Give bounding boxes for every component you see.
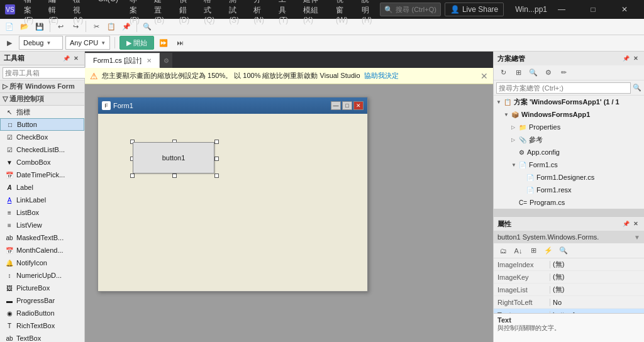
tree-form1designer[interactable]: 📄 Form1.Designer.cs [494, 171, 644, 184]
tab-form1-design[interactable]: Form1.cs [設計] ✕ [85, 53, 160, 68]
platform-dropdown[interactable]: Any CPU ▼ [65, 36, 110, 50]
toolbar-redo-btn[interactable]: ↪ [69, 19, 82, 33]
notification-close-btn[interactable]: ✕ [480, 71, 488, 81]
toolbar-find-btn[interactable]: 🔍 [140, 19, 154, 33]
toolbar-row-1: 📄 📂 💾 ↩ ↪ ✂ 📋 📌 🔍 [0, 19, 644, 35]
tool-textbox[interactable]: ab TextBox [0, 332, 84, 342]
tool-numericupdown[interactable]: ↕ NumericUpD... [0, 269, 84, 282]
handle-bl[interactable] [130, 174, 135, 178]
handle-tr[interactable] [214, 140, 219, 144]
properties-title: 屬性 [497, 219, 511, 229]
prop-imagekey-value[interactable]: (無) [550, 272, 644, 282]
tool-picturebox[interactable]: 🖼 PictureBox [0, 282, 84, 294]
prop-righttoleft[interactable]: RightToLeft No [494, 296, 644, 309]
toolbox-close-btn[interactable]: ✕ [72, 54, 80, 63]
solution-toolbar-sync[interactable]: ↻ [496, 66, 510, 80]
tool-progressbar[interactable]: ▬ ProgressBar [0, 294, 84, 307]
solution-explorer-close-btn[interactable]: ✕ [631, 54, 640, 63]
tool-monthcalendar[interactable]: 📅 MonthCalend... [0, 244, 84, 256]
tool-button[interactable]: □ Button [0, 118, 84, 131]
form-design-area[interactable]: F Form1 — □ ✕ [85, 84, 493, 342]
solution-search-input[interactable] [496, 82, 631, 94]
solution-toolbar-filter[interactable]: 🔍 [526, 66, 540, 80]
tree-form1cs[interactable]: ▼ 📄 Form1.cs [494, 158, 644, 171]
properties-pin-btn[interactable]: 📌 [621, 219, 630, 228]
toolbar-save-btn[interactable]: 💾 [33, 19, 47, 33]
notification-action-link[interactable]: 協助我決定 [364, 71, 399, 80]
form-button1[interactable]: button1 [133, 142, 214, 174]
tree-properties[interactable]: ▷ 📁 Properties [494, 121, 644, 133]
properties-dropdown-arrow[interactable]: ▼ [634, 234, 640, 241]
tool-checkbox[interactable]: ☑ CheckBox [0, 131, 84, 143]
minimize-button[interactable]: — [547, 0, 576, 19]
handle-mr[interactable] [214, 157, 219, 161]
props-events-btn[interactable]: ⚡ [541, 244, 555, 258]
prop-imageindex[interactable]: ImageIndex (無) [494, 258, 644, 271]
props-alpha-btn[interactable]: A↓ [511, 244, 525, 258]
solution-toolbar-pen[interactable]: ✏ [557, 66, 570, 80]
prop-imagekey[interactable]: ImageKey (無) [494, 271, 644, 284]
tool-checkedlistbox[interactable]: ☑ CheckedListB... [0, 143, 84, 156]
live-share-button[interactable]: 👤 Live Share [445, 3, 504, 16]
tree-form1resx[interactable]: 📄 Form1.resx [494, 184, 644, 196]
tool-listview[interactable]: ≡ ListView [0, 219, 84, 231]
project-root[interactable]: ▼ 📦 WindowsFormsApp1 [494, 108, 644, 121]
common-controls-section-header[interactable]: ▽ 通用控制項 [0, 93, 84, 106]
toolbar-cut-btn[interactable]: ✂ [89, 19, 103, 33]
solution-root[interactable]: ▼ 📋 方案 'WindowsFormsApp1' (1 / 1 [494, 96, 644, 108]
debug-config-dropdown[interactable]: Debug ▼ [19, 36, 63, 50]
tree-appconfig[interactable]: ⚙ App.config [494, 146, 644, 158]
toolbox-pin-btn[interactable]: 📌 [62, 54, 70, 63]
restore-button[interactable]: □ [579, 0, 608, 19]
toolbar-step-btn[interactable]: ⏩ [157, 36, 170, 50]
tab-settings-btn[interactable]: ⚙ [160, 53, 172, 68]
tool-picturebox-label: PictureBox [16, 284, 50, 292]
tool-richtextbox[interactable]: T RichTextBox [0, 319, 84, 332]
tool-label[interactable]: A Label [0, 181, 84, 194]
toolbar-open-btn[interactable]: 📂 [18, 19, 31, 33]
handle-bc[interactable] [172, 174, 177, 178]
toolbar-copy-btn[interactable]: 📋 [104, 19, 118, 33]
solution-scrollbar-h[interactable] [494, 209, 644, 216]
properties-close-btn[interactable]: ✕ [631, 219, 640, 228]
tool-radiobutton[interactable]: ◉ RadioButton [0, 307, 84, 319]
toolbox-scroll-area[interactable]: ▷ 所有 Windows Form ▽ 通用控制項 ↖ 指標 □ Button … [0, 80, 84, 342]
tree-programcs[interactable]: C= Program.cs [494, 196, 644, 209]
props-props-btn[interactable]: ⊞ [526, 244, 540, 258]
tree-references[interactable]: ▷ 📎 參考 [494, 133, 644, 146]
toolbar-undo-btn[interactable]: ↩ [53, 19, 67, 33]
form-restore-btn[interactable]: □ [342, 101, 352, 110]
prop-imagelist-value[interactable]: (無) [550, 285, 644, 294]
tool-maskedtextbox[interactable]: ab MaskedTextB... [0, 231, 84, 244]
form-close-btn[interactable]: ✕ [353, 101, 364, 110]
prop-imageindex-value[interactable]: (無) [550, 260, 644, 269]
form1resx-icon: 📄 [526, 187, 534, 194]
search-box[interactable]: 🔍 搜尋 (Ctrl+Q) [380, 3, 440, 16]
tool-linklabel[interactable]: A LinkLabel [0, 194, 84, 206]
toolbar-attach-btn[interactable]: ▶ [3, 36, 16, 50]
tool-notifyicon[interactable]: 🔔 NotifyIcon [0, 256, 84, 269]
prop-righttoleft-value[interactable]: No [550, 299, 644, 306]
tool-listbox[interactable]: ≡ ListBox [0, 206, 84, 219]
tool-pointer[interactable]: ↖ 指標 [0, 106, 84, 118]
solution-toolbar-collapse[interactable]: ⊞ [511, 66, 525, 80]
props-search-btn[interactable]: 🔍 [557, 244, 570, 258]
props-categorized-btn[interactable]: 🗂 [496, 244, 510, 258]
form-minimize-btn[interactable]: — [331, 101, 341, 110]
all-forms-section-header[interactable]: ▷ 所有 Windows Form [0, 80, 84, 93]
toolbar-new-btn[interactable]: 📄 [3, 19, 16, 33]
solution-toolbar-more[interactable]: ⚙ [541, 66, 555, 80]
prop-imagelist[interactable]: ImageList (無) [494, 284, 644, 296]
start-button[interactable]: ▶ 開始 [119, 36, 154, 50]
solution-explorer-pin-btn[interactable]: 📌 [621, 54, 630, 63]
close-button[interactable]: ✕ [610, 0, 639, 19]
toolbar-paste-btn[interactable]: 📌 [119, 19, 133, 33]
tool-datetimepicker[interactable]: 📅 DateTimePick... [0, 168, 84, 181]
prop-text[interactable]: Text button1 [494, 309, 644, 313]
form-body[interactable]: button1 [98, 114, 367, 291]
handle-br[interactable] [214, 174, 219, 178]
tab-close-btn[interactable]: ✕ [147, 57, 152, 64]
toolbar-step2-btn[interactable]: ⏭ [173, 36, 187, 50]
toolbox-search-input[interactable] [3, 67, 94, 79]
tool-combobox[interactable]: ▼ ComboBox [0, 156, 84, 168]
